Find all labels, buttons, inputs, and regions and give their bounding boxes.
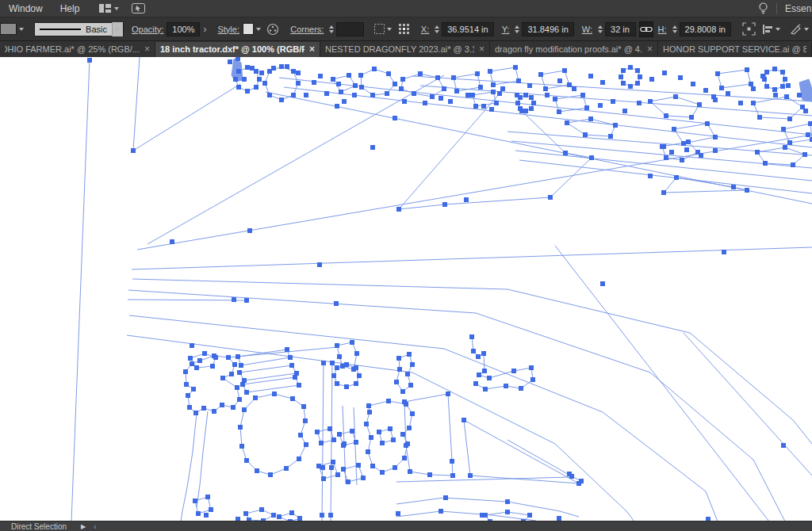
control-bar: Basic Opacity: 100% › Style: Corners: <box>0 17 812 41</box>
tab-close-icon[interactable]: × <box>309 42 315 57</box>
canvas-area[interactable] <box>0 57 812 521</box>
graphic-style-swatch[interactable] <box>243 23 254 35</box>
document-tab-0[interactable]: GOD MADE OHIO FARMER.ai* @ 25% (RGB/...× <box>0 42 155 57</box>
arrange-documents-button[interactable] <box>99 4 119 13</box>
tab-label: dragon fly modification proofs.ai* @ 4.1… <box>495 42 642 57</box>
y-field[interactable]: 31.8496 in <box>522 22 573 36</box>
discover-lightbulb-icon[interactable] <box>758 2 768 14</box>
menu-bar-right: Essen <box>758 2 812 14</box>
fill-color-swatch[interactable] <box>0 23 17 35</box>
style-label[interactable]: Style: <box>217 25 239 34</box>
collapse-chevron-icon[interactable]: ‹ <box>94 522 96 531</box>
y-label[interactable]: Y: <box>502 25 510 34</box>
transform-icon <box>742 22 756 36</box>
stroke-style-dropdown[interactable]: Basic <box>34 22 124 36</box>
transform-button[interactable] <box>742 21 756 38</box>
opacity-field[interactable]: 100% <box>167 22 200 36</box>
stroke-preview <box>40 29 81 30</box>
chevron-down-icon <box>804 28 809 31</box>
arrange-documents-icon <box>99 4 111 13</box>
x-label[interactable]: X: <box>421 25 429 34</box>
style-chevron-icon[interactable] <box>256 28 261 31</box>
menu-bar: Window Help Essen <box>0 0 812 17</box>
document-tab-1[interactable]: 18 inch tractor.dxf* @ 100% (RGB/Preview… <box>155 42 320 57</box>
corners-label[interactable]: Corners: <box>290 25 324 34</box>
align-options-button[interactable] <box>762 21 780 38</box>
menu-window[interactable]: Window <box>0 0 52 17</box>
opacity-submenu-arrow-icon[interactable]: › <box>203 24 206 35</box>
corners-stepper[interactable] <box>329 25 334 33</box>
recolor-artwork-button[interactable] <box>266 21 279 38</box>
tab-label: 18 inch tractor.dxf* @ 100% (RGB/Preview… <box>160 42 304 57</box>
constrain-proportions-toggle[interactable] <box>639 21 653 37</box>
chevron-down-icon <box>114 7 119 10</box>
chevron-down-icon <box>115 28 120 31</box>
share-button[interactable] <box>132 3 145 13</box>
illustrator-window: Window Help Essen Basic <box>0 0 812 531</box>
tab-close-icon[interactable]: × <box>144 42 150 57</box>
fill-swatch-chevron-icon[interactable] <box>19 28 24 31</box>
workspace-switcher[interactable]: Essen <box>785 3 812 14</box>
tab-label: NESTED DRAGONFLY 2023.ai* @ 3.12% (RGB..… <box>325 42 474 57</box>
chevron-down-icon <box>776 28 780 31</box>
tab-label: GOD MADE OHIO FARMER.ai* @ 25% (RGB/... <box>5 42 140 57</box>
chain-link-icon <box>640 25 653 33</box>
document-tab-4[interactable]: HONOR SUPPORT SERVICE.ai @ 8.33% (CMY... <box>658 42 812 57</box>
pen-appearance-icon <box>790 24 802 35</box>
h-label[interactable]: H: <box>658 25 667 34</box>
select-similar-button[interactable] <box>373 21 392 38</box>
reference-point-icon <box>398 23 410 35</box>
document-tab-2[interactable]: NESTED DRAGONFLY 2023.ai* @ 3.12% (RGB..… <box>320 42 490 57</box>
tab-close-icon[interactable]: × <box>647 42 653 57</box>
document-tab-3[interactable]: dragon fly modification proofs.ai* @ 4.1… <box>490 42 658 57</box>
opacity-label[interactable]: Opacity: <box>132 25 163 34</box>
recolor-artwork-icon <box>266 23 279 36</box>
tab-label: HONOR SUPPORT SERVICE.ai @ 8.33% (CMY... <box>663 42 806 57</box>
h-field[interactable]: 29.8008 in <box>680 22 731 36</box>
tab-close-icon[interactable]: × <box>479 42 485 57</box>
chevron-down-icon <box>387 28 392 31</box>
h-stepper[interactable] <box>672 25 677 33</box>
share-icon <box>132 3 145 13</box>
play-icon[interactable]: ▶ <box>81 523 86 530</box>
menu-help[interactable]: Help <box>52 0 89 17</box>
select-similar-icon <box>373 23 385 35</box>
divider <box>776 3 777 14</box>
align-icon <box>762 24 774 35</box>
w-field[interactable]: 32 in <box>605 22 636 36</box>
corners-field[interactable] <box>336 22 363 36</box>
x-stepper[interactable] <box>435 25 439 33</box>
appearance-options-button[interactable] <box>790 21 809 38</box>
x-field[interactable]: 36.9514 in <box>442 22 493 36</box>
w-label[interactable]: W: <box>582 25 592 34</box>
status-bar: Direct Selection ▶ ‹ <box>0 521 812 531</box>
stroke-style-label: Basic <box>86 25 112 34</box>
document-tab-bar: GOD MADE OHIO FARMER.ai* @ 25% (RGB/...×… <box>0 42 812 57</box>
canvas-artwork[interactable] <box>0 57 812 521</box>
reference-point-locator[interactable] <box>398 21 410 38</box>
current-tool-indicator[interactable]: Direct Selection <box>0 521 67 531</box>
w-stepper[interactable] <box>598 25 603 33</box>
y-stepper[interactable] <box>515 25 519 33</box>
